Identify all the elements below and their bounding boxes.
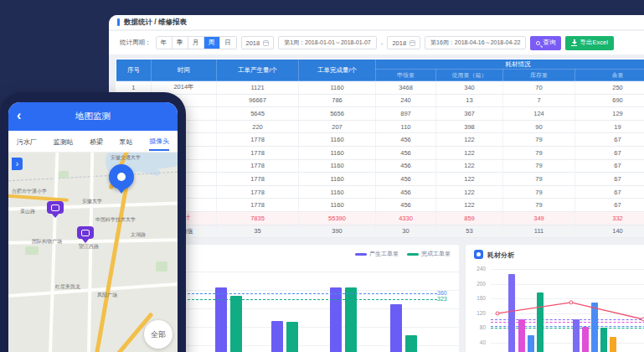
table-cell: 1160	[299, 173, 376, 186]
table-row: 5177811604561227967	[116, 133, 644, 147]
period-option-日[interactable]: 日	[220, 37, 236, 49]
from-week-input[interactable]: 第1周：2018-01-01～2018-01-07	[278, 36, 377, 49]
table-cell: 1778	[217, 133, 299, 147]
bar-产生工单量[interactable]	[271, 321, 283, 352]
table-cell: 456	[376, 173, 436, 186]
expand-button[interactable]: ›	[12, 158, 23, 170]
table-cell: 240	[376, 94, 436, 107]
phone-tab-桥梁[interactable]: 桥梁	[90, 132, 103, 150]
bar-series-magenta[interactable]	[518, 319, 525, 352]
table-cell: 1778	[217, 185, 299, 199]
table-cell: 786	[299, 94, 376, 107]
legend-label: 完成工单量	[421, 250, 451, 258]
bar-series-green[interactable]	[600, 328, 607, 352]
bar-完成工单量[interactable]	[345, 287, 357, 352]
table-cell: 207	[299, 120, 376, 133]
table-row: 296667786240137690	[116, 94, 644, 107]
table-cell: 5656	[299, 107, 376, 121]
gridline	[491, 269, 644, 270]
breadcrumb: 数据统计 / 维修报表	[124, 18, 187, 28]
table-cell: 79	[503, 173, 575, 186]
table-cell: 70	[503, 81, 575, 95]
table-cell: 1778	[217, 199, 299, 212]
query-button[interactable]: 查询	[530, 36, 561, 50]
all-filter-button[interactable]: 全部	[144, 320, 173, 349]
bar-series-blue[interactable]	[591, 303, 598, 352]
table-cell: 7835	[217, 211, 299, 225]
to-year-select[interactable]: 2018	[387, 36, 420, 49]
period-option-年[interactable]: 年	[157, 37, 173, 49]
table-cell: 79	[503, 185, 575, 199]
back-icon[interactable]: ‹	[17, 107, 21, 124]
table-cell: 122	[436, 159, 503, 173]
map-label: 国际购物广场	[32, 238, 62, 246]
table-cell: 690	[575, 94, 644, 107]
table-cell: 1160	[299, 185, 376, 199]
legend-item-完成工单量[interactable]: 完成工单量	[407, 250, 451, 258]
bar-series-magenta[interactable]	[582, 327, 589, 352]
group-header: 耗材情况	[376, 60, 644, 70]
bar-产生工单量[interactable]	[215, 287, 227, 352]
bar-完成工单量[interactable]	[286, 322, 298, 352]
table-cell: 122	[436, 133, 503, 147]
to-year-value: 2018	[392, 39, 406, 47]
stage: 数据统计 / 维修报表 统计周期： 年季月周日 2018 第1周：2018-01…	[0, 0, 644, 352]
table-cell: 90	[503, 120, 575, 133]
table-cell: 897	[376, 107, 436, 121]
bar-完成工单量[interactable]	[405, 335, 417, 352]
table-cell: 4330	[376, 211, 436, 225]
table-cell: 67	[575, 173, 644, 186]
query-label: 查询	[543, 39, 555, 47]
phone-tabbar: 污水厂监测站桥梁泵站摄像头	[8, 131, 178, 153]
phone-tab-摄像头[interactable]: 摄像头	[149, 132, 169, 151]
phone-header: ‹ 地图监测	[8, 102, 178, 131]
from-year-select[interactable]: 2018	[241, 36, 275, 49]
y-tick-label: 160	[467, 295, 486, 301]
legend-item-产生工单量[interactable]: 产生工单量	[355, 250, 399, 258]
table-cell: 1121	[217, 81, 299, 95]
camera-pin-icon[interactable]	[47, 201, 64, 214]
bar-series-purple[interactable]	[573, 319, 580, 352]
table-cell: 1778	[217, 146, 299, 159]
table-cell: 53	[436, 225, 503, 238]
phone-tab-监测站[interactable]: 监测站	[53, 132, 73, 150]
y-tick-label: 80	[467, 324, 486, 330]
table-row: 12014年11211160346834070250	[116, 81, 644, 95]
export-label: 导出Excel	[580, 39, 607, 47]
period-segmented: 年季月周日	[156, 36, 237, 49]
period-option-周[interactable]: 周	[204, 37, 220, 49]
bar-产生工单量[interactable]	[390, 304, 402, 352]
camera-pin-icon[interactable]	[77, 226, 94, 239]
bar-series-green[interactable]	[537, 292, 544, 352]
location-pin-icon[interactable]	[109, 164, 134, 189]
bar-series-blue[interactable]	[528, 335, 534, 352]
phone-tab-泵站[interactable]: 泵站	[120, 132, 133, 150]
download-icon	[571, 39, 577, 46]
table-cell: 79	[503, 133, 575, 147]
map-road	[87, 153, 94, 352]
table-cell: 67	[575, 199, 644, 212]
table-cell: 859	[436, 211, 503, 225]
total-row: 合计7835553904330859349332	[116, 211, 644, 225]
table-row: 8177811604561227967	[116, 173, 644, 186]
bar-产生工单量[interactable]	[330, 287, 342, 352]
table-cell: 140	[575, 225, 644, 238]
export-excel-button[interactable]: 导出Excel	[565, 36, 613, 50]
bar-完成工单量[interactable]	[230, 296, 242, 352]
phone-tab-污水厂[interactable]: 污水厂	[17, 132, 37, 150]
table-cell: 110	[376, 120, 436, 133]
table-cell: 79	[503, 146, 575, 159]
period-option-季[interactable]: 季	[173, 37, 188, 49]
chart-title: 耗材分析	[487, 251, 514, 260]
map-label: 红星美凯龙	[55, 283, 80, 291]
table-cell: 367	[436, 107, 503, 121]
bar-series-purple[interactable]	[508, 274, 515, 352]
map-view[interactable]: › 全部 合肥市宁溪小学安徽交通大学安徽大学黄山路中国科学技术大学太湖路国际购物…	[8, 153, 178, 352]
table-cell: 67	[575, 185, 644, 199]
bar-series-orange[interactable]	[610, 337, 616, 352]
to-week-input[interactable]: 第16周：2018-04-16～2018-04-22	[425, 36, 526, 49]
reference-label: 360	[437, 290, 447, 296]
period-option-月[interactable]: 月	[188, 37, 204, 49]
table-row: 7177811604561227967	[116, 159, 644, 173]
calendar-icon	[410, 40, 415, 46]
